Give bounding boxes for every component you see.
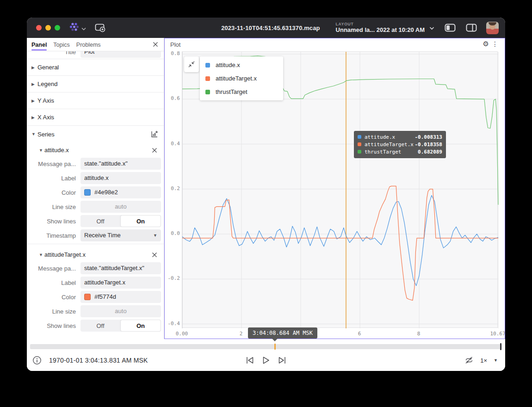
tooltip-row: attitude.x-0.008313 <box>358 133 442 141</box>
line-size-input[interactable]: auto <box>80 201 161 213</box>
label-input[interactable]: attitude.x <box>80 172 161 184</box>
user-avatar[interactable] <box>486 22 499 34</box>
show-lines-off-button[interactable]: Off <box>80 320 120 332</box>
add-series-icon[interactable] <box>151 130 158 138</box>
legend-label: attitudeTarget.x <box>216 75 257 82</box>
series-attitude-target-x: ▼ attitudeTarget.x Message pa... state."… <box>27 244 164 334</box>
show-lines-on-button[interactable]: On <box>120 320 161 332</box>
layout-name: Unnamed la... 2022 at 10:20 AM <box>336 27 425 33</box>
playback-bar: 1970-01-01 3:04:13.831 AM MSK <box>27 339 505 371</box>
section-general[interactable]: ▶ General <box>27 59 164 76</box>
timeline-end-marker <box>500 343 501 350</box>
y-tick-label: 0.0 <box>165 230 180 236</box>
y-tick-label: -0.2 <box>165 275 180 281</box>
show-lines-on-button[interactable]: On <box>120 215 161 227</box>
message-path-row: Message pa... state."attitude.x" <box>27 158 164 170</box>
collapse-legend-button[interactable] <box>184 56 199 72</box>
show-lines-toggle: Off On <box>80 320 161 332</box>
seek-forward-button[interactable] <box>278 356 287 364</box>
section-x-axis[interactable]: ▶ X Axis <box>27 109 164 126</box>
timestamp-select[interactable]: Receive Time ▼ <box>80 229 161 241</box>
hover-values-tooltip: attitude.x-0.008313attitudeTarget.x-0.01… <box>354 131 446 158</box>
legend-item-thrustTarget[interactable]: thrustTarget <box>200 85 283 99</box>
left-sidebar-toggle-icon[interactable] <box>445 24 456 32</box>
x-tick-label: 0.00 <box>176 331 188 337</box>
label-row: Label attitude.x <box>27 172 164 184</box>
section-series[interactable]: ▼ Series <box>27 126 164 142</box>
y-tick-label: -0.4 <box>165 321 180 327</box>
info-icon[interactable] <box>32 356 42 365</box>
color-swatch[interactable] <box>84 294 91 300</box>
x-tick-label: 6 <box>358 331 361 337</box>
collapsed-arrow-icon: ▶ <box>31 99 37 103</box>
legend-swatch-icon <box>205 90 210 94</box>
series-header[interactable]: ▼ attitudeTarget.x <box>27 247 164 262</box>
remove-series-icon[interactable] <box>152 148 157 153</box>
plot-legend: attitude.xattitudeTarget.xthrustTarget <box>200 56 283 100</box>
zoom-window-button[interactable] <box>55 25 60 31</box>
legend-swatch-icon <box>205 76 210 81</box>
legend-label: thrustTarget <box>216 88 247 95</box>
chevron-down-icon <box>429 24 434 32</box>
message-path-input[interactable]: state."attitudeTarget.x" <box>80 262 161 274</box>
settings-gear-icon[interactable]: ⚙ <box>483 40 489 47</box>
timestamp-row: Timestamp Receive Time ▼ <box>27 229 164 241</box>
label-input[interactable]: attitudeTarget.x <box>80 277 161 289</box>
show-lines-row: Show lines Off On <box>27 320 164 332</box>
minimize-window-button[interactable] <box>45 25 51 31</box>
legend-item-attitudeTarget.x[interactable]: attitudeTarget.x <box>200 72 283 85</box>
show-lines-off-button[interactable]: Off <box>80 215 120 227</box>
tooltip-swatch-icon <box>358 150 361 154</box>
layout-selector[interactable]: LAYOUT Unnamed la... 2022 at 10:20 AM <box>336 22 434 33</box>
play-button[interactable] <box>262 356 270 364</box>
show-lines-row: Show lines Off On <box>27 215 164 227</box>
title-field-input[interactable]: Plot <box>80 51 161 58</box>
tooltip-value: -0.008313 <box>414 134 442 140</box>
color-input[interactable]: #f5774d <box>80 291 161 303</box>
add-panel-icon[interactable] <box>94 23 105 33</box>
tooltip-value: 0.682089 <box>418 149 442 155</box>
legend-item-attitude.x[interactable]: attitude.x <box>200 58 283 72</box>
loop-off-icon[interactable] <box>464 356 474 365</box>
plot-panel[interactable]: Plot ⚙ ⋮ 0.80.60.40.20.0-0.2-0.4 0.00246… <box>164 38 505 339</box>
tab-problems[interactable]: Problems <box>76 38 101 50</box>
playhead-marker[interactable] <box>274 344 276 350</box>
tooltip-swatch-icon <box>358 142 361 146</box>
tooltip-value: -0.018358 <box>414 142 442 148</box>
color-swatch[interactable] <box>84 189 91 196</box>
x-tick-label: 2 <box>240 331 243 337</box>
tooltip-row: attitudeTarget.x-0.018358 <box>358 141 442 148</box>
section-legend[interactable]: ▶ Legend <box>27 76 164 92</box>
y-tick-label: 0.8 <box>165 50 180 56</box>
expanded-arrow-icon: ▼ <box>39 253 44 257</box>
foxglove-logo-icon[interactable] <box>68 22 80 33</box>
chevron-down-icon: ▼ <box>153 229 157 241</box>
playback-speed[interactable]: 1× <box>480 357 487 364</box>
more-options-icon[interactable]: ⋮ <box>492 41 498 47</box>
current-timestamp[interactable]: 1970-01-01 3:04:13.831 AM MSK <box>49 357 148 364</box>
legend-label: attitude.x <box>216 62 240 68</box>
close-sidebar-icon[interactable] <box>153 42 158 47</box>
chevron-down-icon[interactable]: ▼ <box>494 358 498 363</box>
line-size-row: Line size auto <box>27 305 164 317</box>
tab-topics[interactable]: Topics <box>53 38 69 50</box>
color-row: Color #f5774d <box>27 291 164 303</box>
collapsed-arrow-icon: ▶ <box>31 115 37 120</box>
section-y-axis[interactable]: ▶ Y Axis <box>27 92 164 109</box>
color-input[interactable]: #4e98e2 <box>80 186 161 198</box>
x-tick-label: 8 <box>417 331 421 337</box>
remove-series-icon[interactable] <box>152 252 157 258</box>
seek-backward-button[interactable] <box>245 356 254 364</box>
y-tick-label: 0.4 <box>165 141 180 147</box>
right-sidebar-toggle-icon[interactable] <box>466 24 477 32</box>
line-size-input[interactable]: auto <box>80 305 161 317</box>
chevron-down-icon[interactable] <box>81 24 86 32</box>
data-source-title[interactable]: 2023-11-10T04:51:45.631370.mcap <box>221 25 320 31</box>
message-path-input[interactable]: state."attitude.x" <box>80 158 161 170</box>
tab-panel[interactable]: Panel <box>31 38 47 50</box>
series-header[interactable]: ▼ attitude.x <box>27 142 164 158</box>
expanded-arrow-icon: ▼ <box>39 148 44 153</box>
timeline-scrubber[interactable] <box>30 344 502 349</box>
close-window-button[interactable] <box>36 25 42 31</box>
label-row: Label attitudeTarget.x <box>27 277 164 289</box>
